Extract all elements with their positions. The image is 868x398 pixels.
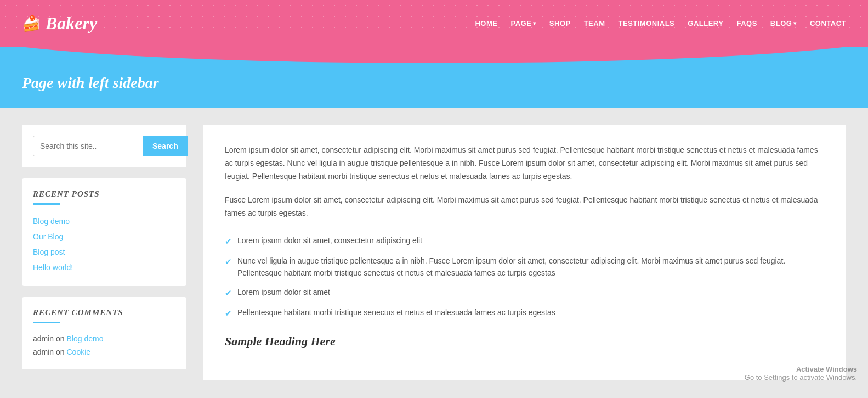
comment-link[interactable]: Cookie	[67, 347, 91, 356]
list-item: Blog post	[33, 244, 175, 260]
comment-item: admin on Blog demo	[33, 332, 175, 345]
recent-posts-title: RECENT POSTS	[33, 189, 175, 199]
comment-item: admin on Cookie	[33, 345, 175, 358]
recent-posts-list: Blog demo Our Blog Blog post Hello world…	[33, 214, 175, 275]
paragraph-2: Fusce Lorem ipsum dolor sit amet, consec…	[225, 194, 824, 220]
post-link[interactable]: Blog demo	[33, 217, 70, 226]
search-input[interactable]	[33, 136, 143, 156]
check-icon: ✔	[225, 307, 232, 320]
checklist-item: ✔ Pellentesque habitant morbi tristique …	[225, 303, 824, 323]
list-item: Hello world!	[33, 260, 175, 275]
comment-on: on	[56, 334, 66, 343]
list-item: Blog demo	[33, 214, 175, 229]
comment-author: admin	[33, 334, 54, 343]
nav-blog[interactable]: BLOG	[770, 19, 797, 27]
check-icon: ✔	[225, 235, 232, 248]
comment-on: on	[56, 347, 66, 356]
sample-heading: Sample Heading Here	[225, 334, 824, 349]
recent-posts-widget: RECENT POSTS Blog demo Our Blog Blog pos…	[22, 178, 186, 286]
checklist-item: ✔ Lorem ipsum dolor sit amet, consectetu…	[225, 231, 824, 251]
checklist-item: ✔ Lorem ipsum dolor sit amet	[225, 283, 824, 303]
recent-posts-underline	[33, 203, 60, 205]
nav-team[interactable]: TEAM	[584, 19, 605, 27]
checklist-text: Pellentesque habitant morbi tristique se…	[237, 306, 555, 318]
nav-gallery[interactable]: GALLERY	[688, 19, 723, 27]
check-icon: ✔	[225, 255, 232, 268]
logo-text: Bakery	[46, 13, 97, 33]
nav-shop[interactable]: SHOP	[549, 19, 571, 27]
main-nav: HOME PAGE SHOP TEAM TESTIMONIALS GALLERY…	[475, 19, 846, 27]
post-link[interactable]: Hello world!	[33, 263, 73, 272]
recent-comments-title: RECENT COMMENTS	[33, 308, 175, 317]
nav-faqs[interactable]: FAQS	[736, 19, 757, 27]
nav-contact[interactable]: CONTACT	[810, 19, 846, 27]
comment-link[interactable]: Blog demo	[67, 334, 104, 343]
checklist-text: Nunc vel ligula in augue tristique pelle…	[237, 255, 824, 279]
recent-comments-widget: RECENT COMMENTS admin on Blog demo admin…	[22, 297, 186, 369]
sidebar: Search RECENT POSTS Blog demo Our Blog B…	[22, 125, 186, 380]
comment-author: admin	[33, 347, 54, 356]
nav-page[interactable]: PAGE	[510, 19, 536, 27]
checklist-item: ✔ Nunc vel ligula in augue tristique pel…	[225, 251, 824, 283]
post-link[interactable]: Our Blog	[33, 232, 63, 241]
cake-icon: 🍰	[22, 14, 41, 32]
checklist: ✔ Lorem ipsum dolor sit amet, consectetu…	[225, 231, 824, 323]
nav-testimonials[interactable]: TESTIMONIALS	[619, 19, 675, 27]
recent-comments-underline	[33, 322, 60, 323]
search-button[interactable]: Search	[143, 136, 188, 156]
main-content: Lorem ipsum dolor sit amet, consectetur …	[203, 125, 846, 380]
search-widget: Search	[22, 125, 186, 167]
nav-home[interactable]: HOME	[475, 19, 497, 27]
check-icon: ✔	[225, 287, 232, 300]
site-header: 🍰 Bakery HOME PAGE SHOP TEAM TESTIMONIAL…	[0, 0, 868, 47]
post-link[interactable]: Blog post	[33, 248, 65, 256]
main-container: Search RECENT POSTS Blog demo Our Blog B…	[0, 108, 868, 397]
page-title: Page with left sidebar	[22, 74, 846, 92]
paragraph-1: Lorem ipsum dolor sit amet, consectetur …	[225, 144, 824, 183]
logo-link[interactable]: 🍰 Bakery	[22, 13, 97, 33]
checklist-text: Lorem ipsum dolor sit amet	[237, 286, 330, 298]
list-item: Our Blog	[33, 229, 175, 244]
checklist-text: Lorem ipsum dolor sit amet, consectetur …	[237, 234, 422, 246]
